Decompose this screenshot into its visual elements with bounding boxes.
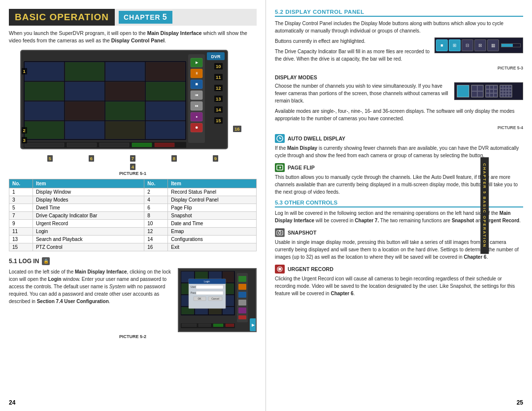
table-row: 7Drive Capacity Indicator Bar8Snapshot [9, 212, 257, 220]
drive-capacity-section: ■ ⊞ ⊟ ⊠ ▦ Buttons currently in effect ar… [275, 37, 523, 66]
svg-text:▶: ▶ [252, 323, 255, 327]
callout-9: 9 [213, 155, 218, 162]
snapshot-title: SNAPSHOT [288, 230, 316, 236]
svg-rect-66 [196, 291, 223, 295]
table-cell: Display Modes [33, 196, 144, 204]
table-cell: 1 [9, 188, 33, 196]
page-flip-title: PAGE FLIP [288, 165, 315, 171]
urgent-record-title: URGENT RECORD [288, 266, 333, 272]
svg-rect-11 [146, 82, 185, 101]
svg-rect-13 [65, 102, 104, 120]
ctrl-btn-5[interactable]: ▦ [487, 39, 499, 51]
urgent-record-text: Clicking the Urgent Record icon will cau… [275, 275, 523, 297]
svg-text:Login: Login [204, 280, 210, 283]
svg-rect-7 [146, 62, 185, 81]
callout-1: 1 [22, 68, 27, 74]
table-cell: Display Window [33, 188, 144, 196]
svg-text:OK: OK [198, 297, 201, 300]
svg-rect-18 [105, 121, 145, 139]
table-cell: PTZ Control [33, 243, 144, 251]
table-cell: Record Status Panel [168, 188, 257, 196]
table-cell: 11 [9, 228, 33, 236]
callout-4: 4 [130, 164, 135, 170]
svg-text:⏹: ⏹ [195, 82, 198, 86]
callout-table: No. Item No. Item 1Display Window2Record… [9, 179, 257, 251]
svg-rect-37 [25, 143, 64, 147]
svg-rect-81 [213, 324, 223, 327]
svg-rect-16 [25, 121, 64, 139]
chapter-header: BASIC OPERATION CHAPTER 5 [9, 9, 257, 26]
callout-14: 14 [214, 106, 223, 113]
table-cell: 4 [144, 196, 168, 204]
table-cell: 7 [9, 212, 33, 220]
chapter-sidebar: CHAPTER 5 BASIC OPERATION [481, 157, 489, 254]
svg-rect-72 [238, 276, 246, 282]
page-number-right: 25 [517, 399, 523, 406]
svg-rect-89 [279, 230, 281, 231]
callout-16: 16 [233, 126, 241, 132]
display-mode-16[interactable] [499, 85, 512, 98]
display-modes-section: Choose the number of channels you wish t… [275, 82, 523, 125]
svg-rect-15 [146, 102, 185, 120]
table-row: 1Display Window2Record Status Panel [9, 188, 257, 196]
svg-rect-74 [238, 292, 246, 298]
svg-rect-19 [146, 121, 185, 139]
table-cell: 6 [144, 204, 168, 212]
table-cell: 8 [144, 212, 168, 220]
display-mode-9[interactable] [485, 85, 498, 98]
table-cell: Configurations [168, 236, 257, 243]
table-cell: 14 [144, 236, 168, 243]
picture-5-4 [454, 82, 523, 100]
section-5-2-title: 5.2 DISPLAY CONTROL PANEL [275, 9, 523, 17]
table-header-item2: Item [168, 179, 257, 188]
ctrl-btn-4[interactable]: ⊠ [474, 39, 486, 51]
login-text: Located on the left side of the Main Dis… [9, 268, 173, 305]
callout-2: 2 [22, 127, 27, 134]
svg-rect-87 [277, 231, 283, 235]
table-row: 5Dwell Time6Page Flip [9, 204, 257, 212]
table-cell: Urgent Record [33, 220, 144, 228]
display-mode-4[interactable] [471, 85, 484, 98]
callout-11: 11 [214, 74, 223, 80]
ctrl-btn-3[interactable]: ⊟ [462, 39, 473, 51]
table-cell: 13 [9, 236, 33, 243]
callout-6: 6 [89, 155, 94, 162]
login-section: Located on the left side of the Main Dis… [9, 268, 257, 332]
display-mode-1[interactable] [457, 85, 469, 98]
svg-point-91 [278, 268, 281, 271]
table-row: 15PTZ Control16Exit [9, 243, 257, 251]
table-cell: Date and Time [168, 220, 257, 228]
callout-12: 12 [214, 85, 223, 91]
ctrl-btn-2[interactable]: ⊞ [449, 39, 461, 51]
auto-dwell-icon [275, 134, 285, 143]
svg-rect-4 [25, 62, 64, 81]
picture-5-3-label: PICTURE 5-3 [275, 66, 523, 70]
right-column: CHAPTER 5 BASIC OPERATION 5.2 DISPLAY CO… [266, 0, 532, 411]
svg-point-88 [279, 232, 281, 234]
svg-rect-82 [226, 324, 234, 327]
table-cell: 12 [144, 228, 168, 236]
svg-rect-38 [67, 143, 97, 147]
ctrl-btn-1[interactable]: ■ [436, 39, 448, 51]
svg-rect-12 [25, 102, 64, 120]
display-modes-text2: Available modes are single-, four-, nine… [275, 107, 523, 122]
table-cell: Exit [168, 243, 257, 251]
page-flip-icon [275, 163, 285, 172]
left-column: BASIC OPERATION CHAPTER 5 When you launc… [0, 0, 266, 411]
svg-rect-79 [182, 324, 197, 327]
table-header-no2: No. [144, 179, 168, 188]
chapter-title: BASIC OPERATION [9, 9, 115, 26]
intro-text: When you launch the SuperDVR program, it… [9, 30, 257, 44]
urgent-record-section-header: URGENT RECORD [275, 265, 523, 274]
table-cell: 10 [144, 220, 168, 228]
picture-label-2: PICTURE 5-2 [9, 334, 257, 339]
svg-rect-5 [65, 62, 104, 81]
table-row: 11Login12Emap [9, 228, 257, 236]
table-cell: 15 [9, 243, 33, 251]
svg-rect-39 [100, 143, 129, 147]
callout-10: 10 [214, 63, 223, 69]
table-row: 13Search and Playback14Configurations [9, 236, 257, 243]
callout-13: 13 [214, 96, 223, 102]
svg-text:DVR: DVR [211, 54, 221, 59]
svg-text:Pass:: Pass: [191, 291, 197, 294]
